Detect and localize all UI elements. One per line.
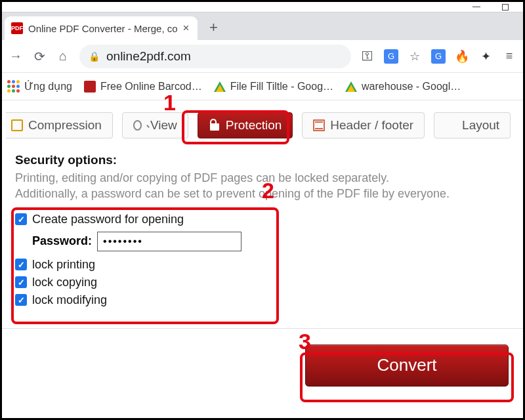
tab-layout[interactable]: Layout [434, 112, 511, 138]
tab-label: Protection [226, 118, 282, 133]
checkbox-checked-icon: ✓ [15, 259, 27, 270]
lock-icon: 🔒 [89, 51, 100, 62]
drive-icon [345, 81, 357, 92]
bookmark-label: File Fill Tiltle - Goog… [230, 81, 333, 93]
convert-button-label: Convert [377, 355, 436, 375]
window-titlebar [2, 2, 523, 12]
convert-button[interactable]: Convert [305, 345, 509, 387]
bookmarks-bar: Ứng dụng Free Online Barcod… File Fill T… [2, 73, 523, 100]
tab-favicon: PDF [11, 22, 23, 34]
layout-icon [445, 119, 457, 131]
checkbox-checked-icon: ✓ [15, 276, 27, 288]
browser-tab-active[interactable]: PDF Online PDF Converter - Merge, co × [5, 16, 198, 40]
window-minimize-button[interactable] [463, 3, 490, 11]
google-translate-icon[interactable]: G [431, 49, 446, 64]
tab-title: Online PDF Converter - Merge, co [28, 23, 178, 34]
checkbox-label: Create password for opening [32, 213, 184, 226]
header-footer-icon [313, 119, 325, 131]
browser-tabstrip: PDF Online PDF Converter - Merge, co × + [2, 12, 523, 40]
apps-icon [7, 80, 20, 93]
forward-button[interactable]: → [9, 49, 23, 64]
checkbox-row-lock-printing[interactable]: ✓ lock printing [15, 258, 242, 272]
bookmark-label: Free Online Barcod… [100, 81, 202, 93]
checkbox-label: lock copying [32, 276, 97, 289]
security-section: Security options: Printing, editing and/… [2, 146, 523, 323]
security-options-group: ✓ Create password for opening Password: … [15, 209, 242, 311]
page-content: Compression View Protection Header / foo… [2, 100, 523, 387]
compress-icon [11, 119, 23, 131]
translate-extension-icon[interactable]: G [384, 49, 398, 64]
magnifier-icon [133, 119, 145, 131]
window-maximize-button[interactable] [492, 3, 519, 11]
tab-label: View [150, 118, 177, 133]
bookmark-item-filefill[interactable]: File Fill Tiltle - Goog… [214, 81, 333, 93]
settings-tabbar: Compression View Protection Header / foo… [2, 100, 523, 146]
bookmark-item-barcode[interactable]: Free Online Barcod… [84, 81, 202, 93]
address-bar[interactable]: 🔒 online2pdf.com [79, 45, 351, 68]
apps-shortcut[interactable]: Ứng dụng [7, 80, 72, 93]
tab-view[interactable]: View [122, 112, 188, 138]
bookmark-favicon [84, 81, 96, 93]
drive-icon [214, 81, 226, 92]
checkbox-row-lock-modifying[interactable]: ✓ lock modifying [15, 293, 242, 307]
password-label: Password: [32, 234, 92, 248]
bookmark-label: warehouse - Googl… [362, 81, 461, 93]
url-text: online2pdf.com [106, 49, 191, 64]
security-desc-2: Additionally, a password can be set to p… [15, 186, 510, 201]
tab-label: Layout [462, 118, 499, 133]
security-heading: Security options: [15, 153, 510, 167]
tab-label: Header / footer [330, 118, 413, 133]
extensions-icon[interactable]: ✦ [478, 49, 493, 64]
browser-toolbar: → ⟳ ⌂ 🔒 online2pdf.com ⚿ G ☆ G 🔥 ✦ ≡ [2, 40, 523, 73]
apps-label: Ứng dụng [24, 80, 72, 93]
tab-label: Compression [28, 118, 102, 133]
checkbox-row-create-password[interactable]: ✓ Create password for opening [15, 213, 242, 226]
tab-compression[interactable]: Compression [6, 112, 113, 138]
toolbar-overflow-icon[interactable]: ≡ [502, 49, 516, 64]
lock-icon [209, 119, 220, 131]
checkbox-row-lock-copying[interactable]: ✓ lock copying [15, 276, 242, 289]
star-icon[interactable]: ☆ [408, 49, 422, 64]
checkbox-checked-icon: ✓ [15, 294, 27, 306]
key-icon[interactable]: ⚿ [360, 49, 375, 64]
checkbox-label: lock printing [32, 258, 95, 272]
tab-protection[interactable]: Protection [198, 112, 293, 138]
tab-header-footer[interactable]: Header / footer [302, 112, 425, 138]
checkbox-checked-icon: ✓ [15, 213, 27, 225]
bookmark-item-warehouse[interactable]: warehouse - Googl… [345, 81, 461, 93]
security-desc-1: Printing, editing and/or copying of PDF … [15, 170, 510, 186]
new-tab-button[interactable]: + [204, 18, 224, 37]
reload-button[interactable]: ⟳ [32, 49, 47, 64]
close-tab-icon[interactable]: × [183, 22, 190, 35]
password-input[interactable] [97, 232, 242, 251]
checkbox-label: lock modifying [32, 293, 107, 307]
flame-extension-icon[interactable]: 🔥 [455, 49, 469, 64]
home-button[interactable]: ⌂ [56, 49, 70, 64]
